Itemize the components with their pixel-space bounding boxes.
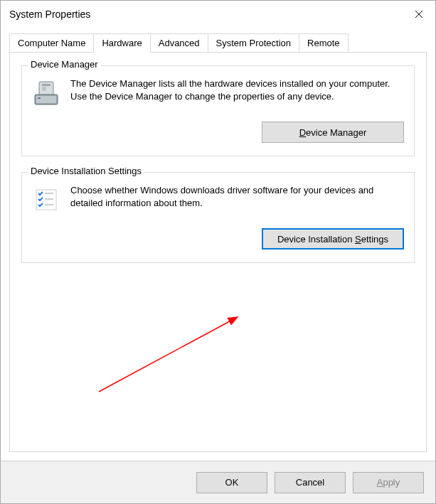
group-device-manager-desc: The Device Manager lists all the hardwar… (70, 77, 404, 107)
svg-rect-3 (42, 84, 50, 86)
settings-list-icon (32, 186, 60, 214)
svg-point-7 (42, 87, 46, 91)
tab-system-protection[interactable]: System Protection (208, 33, 300, 52)
close-icon (415, 10, 423, 18)
titlebar: System Properties (1, 1, 435, 28)
window-title: System Properties (9, 9, 90, 20)
group-device-installation-title: Device Installation Settings (28, 166, 144, 176)
group-device-installation: Device Installation Settings (21, 172, 415, 263)
svg-rect-6 (38, 97, 41, 99)
system-properties-window: System Properties Computer Name Hardware… (0, 0, 436, 504)
annotation-arrow (95, 310, 252, 395)
dialog-body: Computer Name Hardware Advanced System P… (1, 28, 435, 461)
tab-hardware[interactable]: Hardware (93, 33, 150, 53)
device-manager-button[interactable]: Device Manager (262, 122, 404, 143)
device-installation-settings-button[interactable]: Device Installation Settings (262, 228, 404, 250)
cancel-button[interactable]: Cancel (275, 472, 346, 493)
tab-panel-hardware: Device Manager The Device Manager lists … (9, 52, 427, 452)
svg-line-13 (99, 317, 238, 392)
group-device-installation-desc: Choose whether Windows downloads driver … (70, 184, 404, 214)
close-button[interactable] (403, 4, 435, 25)
apply-button[interactable]: Apply (353, 472, 424, 493)
svg-rect-5 (36, 96, 56, 103)
group-device-manager-title: Device Manager (28, 59, 101, 70)
tab-remote[interactable]: Remote (299, 33, 349, 52)
tab-advanced[interactable]: Advanced (150, 33, 208, 52)
group-device-manager: Device Manager The Device Manager lists … (21, 65, 415, 156)
ok-button[interactable]: OK (196, 472, 267, 493)
tab-computer-name[interactable]: Computer Name (9, 33, 94, 52)
tabstrip: Computer Name Hardware Advanced System P… (9, 33, 427, 52)
dialog-footer: OK Cancel Apply (1, 461, 435, 503)
device-manager-icon (32, 79, 60, 107)
